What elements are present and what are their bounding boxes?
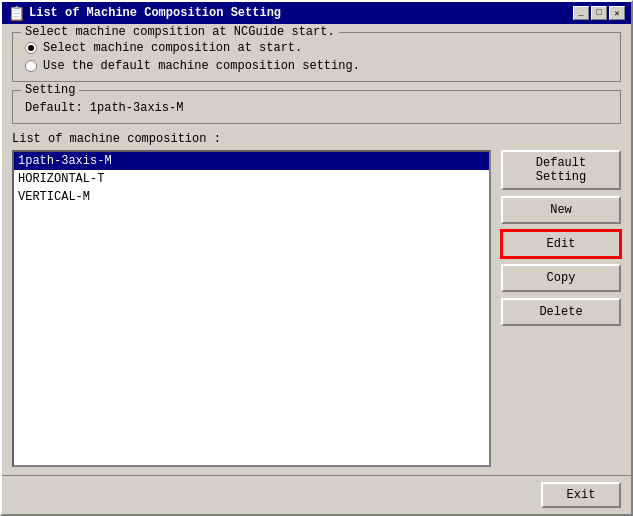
radio-circle-1 [25,42,37,54]
edit-button[interactable]: Edit [501,230,621,258]
maximize-button[interactable]: □ [591,6,607,20]
copy-button[interactable]: Copy [501,264,621,292]
close-button[interactable]: ✕ [609,6,625,20]
title-buttons: _ □ ✕ [573,6,625,20]
select-group: Select machine compsition at NCGuide sta… [12,32,621,82]
radio-circle-2 [25,60,37,72]
minimize-button[interactable]: _ [573,6,589,20]
default-setting-text: Default: 1path-3axis-M [25,101,608,115]
window-title: List of Machine Composition Setting [29,6,281,20]
new-button[interactable]: New [501,196,621,224]
select-group-label: Select machine compsition at NCGuide sta… [21,25,339,39]
bottom-bar: Exit [2,475,631,514]
setting-group-label: Setting [21,83,79,97]
list-item-1[interactable]: HORIZONTAL-T [14,170,489,188]
radio-label-1: Select machine composition at start. [43,41,302,55]
list-header: List of machine composition : [12,132,491,146]
window-content: Select machine compsition at NCGuide sta… [2,24,631,475]
button-panel: Default Setting New Edit Copy Delete [501,132,621,467]
window-icon: 📋 [8,5,25,22]
radio-label-2: Use the default machine composition sett… [43,59,360,73]
main-area: List of machine composition : 1path-3axi… [12,132,621,467]
setting-group: Setting Default: 1path-3axis-M [12,90,621,124]
list-item-2[interactable]: VERTICAL-M [14,188,489,206]
title-bar: 📋 List of Machine Composition Setting _ … [2,2,631,24]
main-window: 📋 List of Machine Composition Setting _ … [0,0,633,516]
radio-option-2[interactable]: Use the default machine composition sett… [25,59,608,73]
title-bar-left: 📋 List of Machine Composition Setting [8,5,281,22]
default-setting-button[interactable]: Default Setting [501,150,621,190]
machine-list[interactable]: 1path-3axis-M HORIZONTAL-T VERTICAL-M [12,150,491,467]
delete-button[interactable]: Delete [501,298,621,326]
list-item-0[interactable]: 1path-3axis-M [14,152,489,170]
list-section: List of machine composition : 1path-3axi… [12,132,491,467]
exit-button[interactable]: Exit [541,482,621,508]
radio-option-1[interactable]: Select machine composition at start. [25,41,608,55]
